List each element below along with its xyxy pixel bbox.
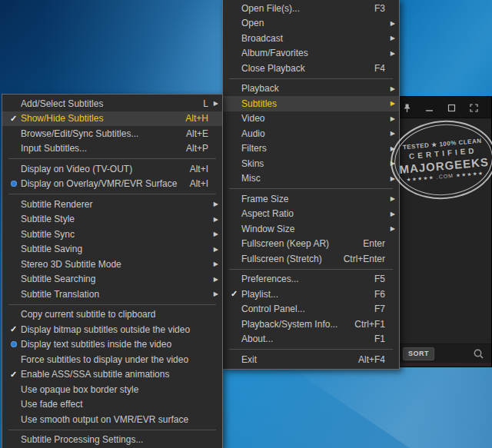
menu-shortcut: Alt+H (185, 113, 208, 124)
menu-item-playback-system-info[interactable]: Playback/System Info...Ctrl+F1 (223, 317, 399, 332)
menu-item-display-on-video-tv-out[interactable]: Display on Video (TV-OUT)Alt+I (2, 161, 222, 177)
menu-item-label: Show/Hide Subtitles (21, 113, 175, 124)
menu-shortcut: F7 (374, 304, 385, 314)
menu-item-open-file-s[interactable]: Open File(s)...F3 (223, 1, 399, 16)
menu-item-subtitle-saving[interactable]: Subtitle Saving▶ (2, 242, 222, 257)
menu-item-browse-edit-sync-subtitles[interactable]: Browse/Edit/Sync Subtitles...Alt+E (2, 126, 222, 141)
menu-item-about[interactable]: About...F1 (223, 332, 399, 347)
menu-shortcut: Alt+F4 (358, 354, 385, 365)
menu-shortcut: Enter (363, 238, 385, 249)
menu-item-label: Video (241, 113, 374, 124)
submenu-arrow-icon: ▶ (385, 35, 395, 41)
menu-separator (229, 78, 393, 79)
menu-shortcut: F3 (374, 3, 385, 14)
menu-item-misc[interactable]: Misc▶ (223, 171, 399, 187)
radio-gutter (6, 341, 21, 347)
pin-icon[interactable] (402, 102, 412, 112)
menu-item-enable-ass-ssa-subtitle-animations[interactable]: ✓Enable ASS/SSA subtitle animations (2, 367, 222, 383)
menu-item-label: Subtitle Processing Settings... (21, 434, 198, 445)
menu-item-open[interactable]: Open▶ (223, 16, 399, 32)
menu-item-label: Broadcast (241, 33, 374, 44)
menu-item-display-on-overlay-vmr-evr-surface[interactable]: Display on Overlay/VMR/EVR SurfaceAlt+I (2, 177, 222, 192)
menu-item-control-panel[interactable]: Control Panel...F7 (223, 302, 399, 317)
menu-item-label: Subtitle Searching (21, 274, 198, 284)
menu-item-skins[interactable]: Skins▶ (223, 156, 399, 171)
search-icon[interactable] (473, 348, 484, 360)
menu-item-subtitles[interactable]: Subtitles▶ (223, 96, 399, 111)
menu-item-video[interactable]: Video▶ (223, 111, 399, 127)
menu-item-aspect-ratio[interactable]: Aspect Ratio▶ (223, 207, 399, 222)
menu-item-label: About... (241, 334, 364, 344)
menu-item-input-subtitles[interactable]: Input Subtitles...Alt+P (2, 141, 222, 157)
menu-item-audio[interactable]: Audio▶ (223, 126, 399, 141)
majorgeeks-stamp: TESTED ★ 100% CLEAN CERTIFIED MAJORGEEKS… (387, 116, 492, 204)
submenu-arrow-icon: ▶ (208, 290, 218, 297)
menu-item-label: Display bitmap subtitles outside the vid… (21, 324, 198, 335)
menu-item-use-fade-effect[interactable]: Use fade effect (2, 397, 222, 413)
submenu-arrow-icon: ▶ (385, 20, 395, 27)
menu-item-add-select-subtitles[interactable]: Add/Select SubtitlesL▶ (2, 96, 222, 111)
menu-item-label: Open File(s)... (241, 3, 364, 14)
menu-shortcut: Ctrl+F1 (354, 319, 385, 330)
menu-item-label: Playback/System Info... (241, 319, 344, 330)
menu-item-subtitle-renderer[interactable]: Subtitle Renderer▶ (2, 197, 222, 212)
minimize-icon[interactable] (424, 102, 434, 112)
fullscreen-icon[interactable] (469, 102, 479, 112)
subtitles-submenu: Add/Select SubtitlesL▶✓Show/Hide Subtitl… (2, 94, 223, 448)
menu-item-frame-size[interactable]: Frame Size▶ (223, 191, 399, 207)
menu-item-label: Control Panel... (241, 304, 364, 314)
menu-shortcut: Alt+I (190, 164, 208, 174)
menu-item-fullscreen-keep-ar[interactable]: Fullscreen (Keep AR)Enter (223, 237, 399, 252)
menu-item-label: Aspect Ratio (241, 208, 374, 219)
submenu-arrow-icon: ▶ (385, 225, 395, 232)
main-context-menu: Open File(s)...F3Open▶Broadcast▶Album/Fa… (222, 0, 400, 370)
menu-item-stereo-3d-subtitle-mode[interactable]: Stereo 3D Subtitle Mode▶ (2, 257, 222, 272)
menu-item-label: Subtitle Style (21, 214, 198, 224)
menu-item-label: Close Playback (241, 63, 364, 74)
submenu-arrow-icon: ▶ (208, 276, 218, 283)
menu-item-exit[interactable]: ExitAlt+F4 (223, 352, 399, 367)
menu-item-broadcast[interactable]: Broadcast▶ (223, 31, 399, 46)
menu-item-playback[interactable]: Playback▶ (223, 81, 399, 97)
menu-item-label: Window Size (241, 224, 374, 234)
menu-item-use-smooth-output-on-vmr-evr-surface[interactable]: Use smooth output on VMR/EVR surface (2, 412, 222, 427)
menu-item-label: Playback (241, 83, 374, 94)
menu-shortcut: F6 (374, 289, 385, 300)
menu-item-album-favorites[interactable]: Album/Favorites▶ (223, 46, 399, 61)
menu-shortcut: F5 (374, 274, 385, 284)
restore-icon[interactable] (447, 102, 457, 112)
menu-item-show-hide-subtitles[interactable]: ✓Show/Hide SubtitlesAlt+H (2, 111, 222, 127)
menu-item-label: Enable ASS/SSA subtitle animations (21, 369, 198, 380)
menu-item-playlist[interactable]: ✓Playlist...F6 (223, 287, 399, 302)
menu-item-subtitle-translation[interactable]: Subtitle Translation▶ (2, 287, 222, 302)
menu-item-subtitle-sync[interactable]: Subtitle Sync▶ (2, 227, 222, 242)
menu-item-preferences[interactable]: Preferences...F5 (223, 272, 399, 287)
menu-item-label: Display on Video (TV-OUT) (21, 164, 179, 174)
menu-item-label: Misc (241, 173, 374, 184)
menu-item-window-size[interactable]: Window Size▶ (223, 221, 399, 237)
submenu-arrow-icon: ▶ (385, 50, 395, 57)
menu-item-use-opaque-box-border-style[interactable]: Use opaque box border style (2, 382, 222, 397)
sort-button[interactable]: SORT (403, 347, 434, 360)
menu-item-label: Input Subtitles... (21, 143, 175, 154)
submenu-arrow-icon: ▶ (208, 201, 218, 207)
menu-item-close-playback[interactable]: Close PlaybackF4 (223, 61, 399, 76)
menu-item-label: Album/Favorites (241, 48, 374, 58)
menu-item-label: Display text subtitles inside the video (21, 339, 198, 350)
menu-item-force-subtitles-to-display-under-the-video[interactable]: Force subtitles to display under the vid… (2, 352, 222, 367)
menu-item-copy-current-subtitle-to-clipboard[interactable]: Copy current subtitle to clipboard (2, 307, 222, 323)
menu-separator (8, 158, 216, 159)
menu-item-subtitle-searching[interactable]: Subtitle Searching▶ (2, 272, 222, 287)
menu-item-subtitle-style[interactable]: Subtitle Style▶ (2, 212, 222, 227)
menu-item-label: Open (241, 18, 374, 28)
menu-item-label: Use opaque box border style (21, 384, 198, 395)
menu-item-label: Subtitle Saving (21, 244, 198, 254)
menu-item-label: Subtitle Sync (21, 229, 198, 240)
menu-item-display-text-subtitles-inside-the-video[interactable]: Display text subtitles inside the video (2, 337, 222, 353)
menu-item-fullscreen-stretch[interactable]: Fullscreen (Stretch)Ctrl+Enter (223, 251, 399, 267)
menu-item-label: Add/Select Subtitles (21, 98, 192, 109)
menu-item-display-bitmap-subtitles-outside-the-video[interactable]: ✓Display bitmap subtitles outside the vi… (2, 322, 222, 337)
menu-item-subtitle-processing-settings[interactable]: Subtitle Processing Settings... (2, 433, 222, 448)
menu-item-filters[interactable]: Filters▶ (223, 141, 399, 157)
menu-item-label: Preferences... (241, 274, 364, 284)
